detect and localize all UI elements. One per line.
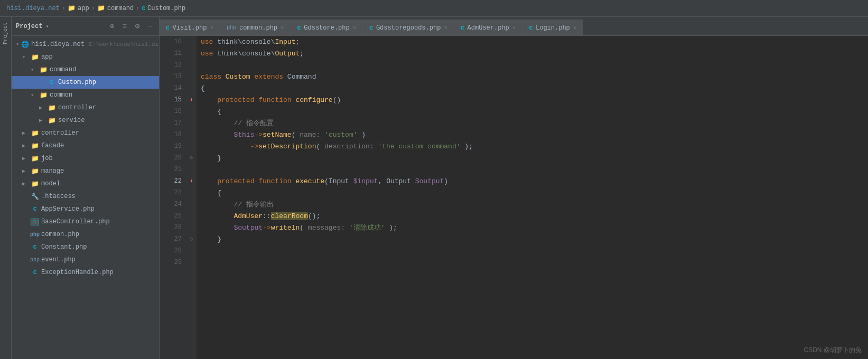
htaccess-icon: 🔧 xyxy=(31,193,39,201)
tree-item-manage[interactable]: ▶ 📁 manage xyxy=(12,165,159,177)
tab-icon: C xyxy=(166,25,170,31)
code-line-26: $output->writeln( messages: '清除成功' ); xyxy=(201,222,864,233)
tree-item-basecontroller[interactable]: C BaseController.php xyxy=(12,215,159,228)
tree-label-app: app xyxy=(41,53,159,61)
tab-gdsstoregoods-php[interactable]: C Gdsstoregoods.php × xyxy=(363,20,454,35)
gutter-22-arrow[interactable]: ⬆ xyxy=(186,175,197,187)
tree-item-job[interactable]: ▶ 📁 job xyxy=(12,152,159,165)
tab-close-icon[interactable]: × xyxy=(512,25,516,31)
php-c-icon: C xyxy=(31,269,39,276)
tree-label-constant: Constant.php xyxy=(41,243,159,251)
code-line-15: protected function configure() xyxy=(201,94,864,106)
settings-icon[interactable]: ⚙ xyxy=(133,22,142,31)
breadcrumb-root: his1.dieya.net xyxy=(6,5,60,12)
tree-item-controller-top[interactable]: ▶ 📁 controller xyxy=(12,127,159,139)
tree-item-event[interactable]: php event.php xyxy=(12,253,159,266)
line-num-29: 29 xyxy=(160,257,186,268)
tree-item-app[interactable]: ▾ 📁 app xyxy=(12,51,159,63)
tree-label-model: model xyxy=(41,180,159,187)
line-num-19: 19 xyxy=(160,140,186,152)
tree-item-appservice[interactable]: C AppService.php xyxy=(12,203,159,215)
tab-gdsstore-php[interactable]: C Gdsstore.php × xyxy=(291,20,363,35)
tree-item-command[interactable]: ▾ 📁 command xyxy=(12,63,159,76)
line-num-27: 27 xyxy=(160,233,186,245)
tree-label-custom-php: Custom.php xyxy=(58,79,159,86)
php-c2-icon: C xyxy=(31,219,39,225)
tree-item-common[interactable]: ▾ 📁 common xyxy=(12,89,159,101)
tab-close-icon[interactable]: × xyxy=(353,25,357,31)
folder-icon: 📁 xyxy=(31,155,39,163)
project-dropdown-arrow[interactable]: ▾ xyxy=(45,23,49,30)
breadcrumb-folder-icon: 📁 xyxy=(68,4,76,12)
tree-item-model[interactable]: ▶ 📁 model xyxy=(12,177,159,190)
editor-area: C Visit.php × php common.php × C Gdsstor… xyxy=(160,17,868,359)
code-line-27: } xyxy=(201,233,864,245)
sidebar-tree: ▾ 🌐 his1.dieya.net E:\work\code\his1.die… xyxy=(12,36,159,359)
tab-common-php[interactable]: php common.php × xyxy=(220,20,291,35)
gutter-27-fold[interactable]: ⊖ xyxy=(186,233,197,245)
line-num-13: 13 xyxy=(160,71,186,82)
tree-item-service[interactable]: ▶ 📁 service xyxy=(12,114,159,127)
php-plain-icon: php xyxy=(31,232,39,238)
php-c-icon: C xyxy=(31,244,39,250)
code-line-22: protected function execute(Input $input,… xyxy=(201,175,864,187)
tree-item-constant[interactable]: C Constant.php xyxy=(12,241,159,253)
tree-label-job: job xyxy=(41,155,159,162)
code-line-21 xyxy=(201,164,864,175)
sidebar-title: Project xyxy=(16,23,42,30)
php-plain-icon2: php xyxy=(31,257,39,263)
gutter-28 xyxy=(186,245,197,257)
locate-icon[interactable]: ⊕ xyxy=(107,22,117,31)
line-num-18: 18 xyxy=(160,129,186,140)
code-editor: 10 11 12 13 14 15 16 17 18 19 20 21 22 2… xyxy=(160,36,868,359)
sidebar-header: Project ▾ ⊕ ≡ ⚙ − xyxy=(12,17,159,36)
collapse-icon[interactable]: ≡ xyxy=(120,22,129,31)
tree-label-common-php: common.php xyxy=(41,231,159,238)
line-num-26: 26 xyxy=(160,222,186,233)
line-num-10: 10 xyxy=(160,36,186,48)
code-line-24: // 指令输出 xyxy=(201,199,864,210)
breadcrumb-folder-icon2: 📁 xyxy=(97,4,105,12)
tab-close-icon[interactable]: × xyxy=(281,25,284,31)
folder-icon: 📁 xyxy=(39,66,48,74)
tree-item-htaccess[interactable]: 🔧 .htaccess xyxy=(12,190,159,203)
tree-item-facade[interactable]: ▶ 📁 facade xyxy=(12,139,159,152)
tree-label-root: his1.dieya.net xyxy=(31,41,85,48)
tree-item-exceptionhandle[interactable]: C ExceptionHandle.php xyxy=(12,266,159,279)
tree-item-root[interactable]: ▾ 🌐 his1.dieya.net E:\work\code\his1.die… xyxy=(12,38,159,51)
tab-visit-php[interactable]: C Visit.php × xyxy=(160,20,220,35)
gutter-15-arrow[interactable]: ⬆ xyxy=(186,94,197,106)
tab-icon: php xyxy=(227,25,236,31)
tree-item-custom-php[interactable]: C Custom.php xyxy=(12,76,159,89)
code-line-12 xyxy=(201,59,864,71)
main-layout: Project Project ▾ ⊕ ≡ ⚙ − ▾ 🌐 his1.dieya… xyxy=(0,17,868,359)
code-line-20: } xyxy=(201,152,864,164)
line-num-14: 14 xyxy=(160,82,186,94)
tab-close-icon[interactable]: × xyxy=(573,25,577,31)
tree-label-facade: facade xyxy=(41,142,159,149)
gutter-29 xyxy=(186,257,197,268)
tab-close-icon[interactable]: × xyxy=(210,25,213,31)
left-tab-bar: Project xyxy=(0,17,12,359)
tree-item-controller-common[interactable]: ▶ 📁 controller xyxy=(12,101,159,114)
code-line-23: { xyxy=(201,187,864,199)
tree-label-exceptionhandle: ExceptionHandle.php xyxy=(41,269,159,276)
code-line-13: class Custom extends Command xyxy=(201,71,864,82)
gutter-20-fold[interactable]: ⊖ xyxy=(186,152,197,164)
tab-admuser-php[interactable]: C AdmUser.php × xyxy=(454,20,522,35)
arrow-icon: ▶ xyxy=(22,143,29,149)
code-content[interactable]: use think\console\Input; use think\conso… xyxy=(197,36,868,359)
project-tab[interactable]: Project xyxy=(2,19,10,48)
arrow-icon: ▶ xyxy=(22,155,29,162)
tab-close-icon[interactable]: × xyxy=(444,25,447,31)
gutter-21 xyxy=(186,164,197,175)
folder-icon: 📁 xyxy=(39,91,48,99)
root-icon: 🌐 xyxy=(21,41,29,49)
tab-login-php[interactable]: C Login.php × xyxy=(522,20,583,35)
code-line-10: use think\console\Input; xyxy=(201,36,864,48)
minimize-icon[interactable]: − xyxy=(145,22,155,31)
tree-label-htaccess: .htaccess xyxy=(41,193,159,200)
gutter-24 xyxy=(186,199,197,210)
tree-item-common-php[interactable]: php common.php xyxy=(12,228,159,241)
arrow-icon: ▶ xyxy=(22,181,29,187)
